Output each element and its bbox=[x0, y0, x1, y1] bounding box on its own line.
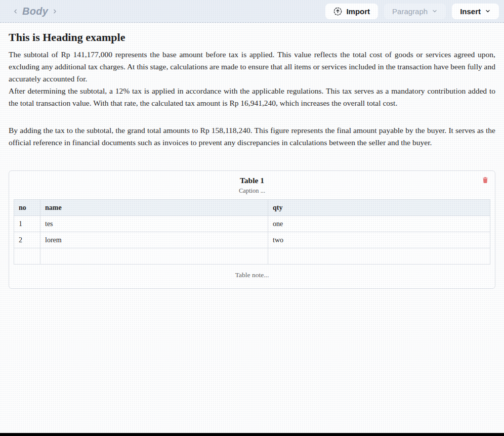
table-cell[interactable]: 1 bbox=[14, 216, 40, 232]
table-body: 1tesone2loremtwo bbox=[14, 216, 490, 265]
table-card: Table 1 Caption ... nonameqty 1tesone2lo… bbox=[9, 170, 495, 289]
column-header[interactable]: no bbox=[14, 200, 40, 216]
column-header[interactable]: name bbox=[40, 200, 268, 216]
page: Body Import Paragraph bbox=[0, 0, 504, 436]
chevron-down-icon bbox=[432, 8, 438, 14]
table-cell[interactable] bbox=[14, 248, 40, 265]
column-header[interactable]: qty bbox=[268, 200, 490, 216]
table-row bbox=[14, 248, 490, 265]
topbar: Body Import Paragraph bbox=[0, 0, 504, 23]
editor-content: This is Heading example The subtotal of … bbox=[0, 23, 504, 289]
table-cell[interactable]: one bbox=[268, 216, 490, 232]
table-cell[interactable]: lorem bbox=[40, 232, 268, 248]
paragraph-tax[interactable]: After determining the subtotal, a 12% ta… bbox=[9, 85, 495, 109]
chevron-down-icon bbox=[485, 8, 491, 14]
import-button-label: Import bbox=[346, 7, 370, 16]
import-button[interactable]: Import bbox=[325, 4, 378, 19]
table-cell[interactable] bbox=[268, 248, 490, 265]
topbar-actions: Import Paragraph Insert bbox=[325, 4, 499, 19]
insert-dropdown-label: Insert bbox=[460, 7, 481, 16]
paragraph-grand-total[interactable]: By adding the tax to the subtotal, the g… bbox=[9, 124, 495, 149]
bottom-bar bbox=[0, 433, 504, 436]
trash-icon[interactable] bbox=[481, 175, 490, 185]
paragraph-dropdown[interactable]: Paragraph bbox=[384, 4, 446, 19]
breadcrumb: Body bbox=[12, 6, 58, 17]
paragraph-subtotal[interactable]: The subtotal of Rp 141,177,000 represent… bbox=[9, 49, 495, 85]
table-cell[interactable]: 2 bbox=[14, 232, 40, 248]
upload-icon bbox=[333, 7, 342, 16]
data-table: nonameqty 1tesone2loremtwo bbox=[14, 199, 490, 265]
chevron-right-icon[interactable] bbox=[52, 8, 58, 15]
table-note[interactable]: Table note... bbox=[14, 271, 490, 279]
table-cell[interactable]: tes bbox=[40, 216, 268, 232]
insert-dropdown[interactable]: Insert bbox=[452, 4, 499, 19]
breadcrumb-label[interactable]: Body bbox=[22, 6, 48, 17]
document-heading[interactable]: This is Heading example bbox=[9, 31, 495, 44]
table-cell[interactable] bbox=[40, 248, 268, 265]
paragraph-dropdown-label: Paragraph bbox=[392, 7, 428, 16]
table-header-row: nonameqty bbox=[14, 200, 490, 216]
table-row: 1tesone bbox=[14, 216, 490, 232]
table-caption[interactable]: Caption ... bbox=[14, 187, 490, 195]
table-cell[interactable]: two bbox=[268, 232, 490, 248]
table-title[interactable]: Table 1 bbox=[14, 176, 490, 185]
table-row: 2loremtwo bbox=[14, 232, 490, 248]
chevron-left-icon[interactable] bbox=[12, 8, 19, 15]
